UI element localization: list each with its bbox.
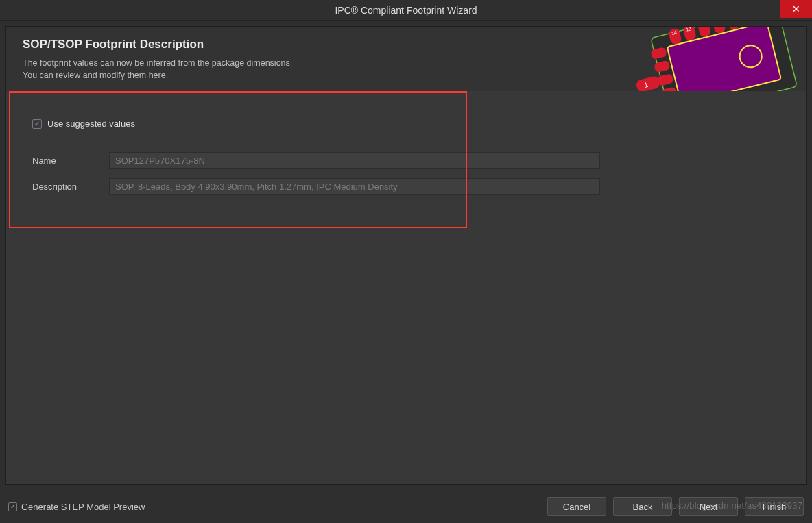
form-region: ✓ Use suggested values Name Description (6, 91, 806, 218)
wizard-window: IPC® Compliant Footprint Wizard ✕ SOP/TS… (0, 0, 812, 523)
name-input[interactable] (109, 152, 600, 169)
step-preview-row: ✓ Generate STEP Model Preview (8, 502, 145, 512)
svg-rect-8 (741, 26, 756, 27)
svg-text:12: 12 (700, 26, 706, 29)
name-row: Name (32, 152, 785, 169)
finish-button[interactable]: Finish (745, 497, 804, 516)
back-button[interactable]: Back (613, 497, 672, 516)
titlebar: IPC® Compliant Footprint Wizard ✕ (0, 0, 812, 21)
close-icon: ✕ (792, 3, 800, 14)
window-title: IPC® Compliant Footprint Wizard (335, 5, 477, 16)
check-icon: ✓ (10, 503, 16, 510)
svg-rect-6 (712, 26, 726, 34)
check-icon: ✓ (34, 120, 40, 127)
page-subtitle: The footprint values can now be inferred… (23, 57, 789, 82)
page-title: SOP/TSOP Footprint Description (23, 38, 789, 51)
name-label: Name (32, 156, 109, 166)
next-button[interactable]: Next (679, 497, 738, 516)
svg-text:13: 13 (686, 26, 692, 32)
close-button[interactable]: ✕ (780, 0, 812, 18)
use-suggested-row: ✓ Use suggested values (32, 119, 785, 129)
wizard-footer: ✓ Generate STEP Model Preview Cancel Bac… (0, 490, 812, 523)
svg-rect-5 (697, 26, 712, 38)
cancel-button[interactable]: Cancel (547, 497, 606, 516)
svg-text:1: 1 (643, 81, 649, 89)
wizard-body: ✓ Use suggested values Name Description (6, 91, 806, 484)
use-suggested-checkbox[interactable]: ✓ (32, 119, 42, 129)
description-row: Description (32, 178, 785, 195)
wizard-header: SOP/TSOP Footprint Description The footp… (6, 27, 806, 91)
svg-rect-7 (726, 26, 741, 30)
svg-text:14: 14 (671, 29, 677, 36)
description-input[interactable] (109, 178, 600, 195)
subtitle-line-1: The footprint values can now be inferred… (23, 58, 292, 68)
content-frame: SOP/TSOP Footprint Description The footp… (5, 26, 807, 485)
step-preview-label: Generate STEP Model Preview (21, 502, 145, 512)
subtitle-line-2: You can review and modify them here. (23, 71, 168, 80)
use-suggested-label: Use suggested values (47, 119, 135, 129)
step-preview-checkbox[interactable]: ✓ (8, 502, 17, 511)
description-label: Description (32, 182, 109, 192)
